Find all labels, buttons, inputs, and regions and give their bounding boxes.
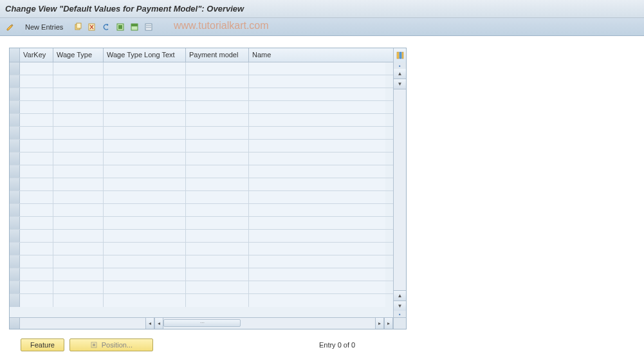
scroll-down-icon[interactable]: ▼ — [394, 79, 406, 89]
table-row[interactable] — [10, 281, 393, 294]
table-row[interactable] — [10, 268, 393, 281]
feature-button[interactable]: Feature — [21, 338, 64, 351]
toolbar: New Entries www.tutorialkart.com — [0, 18, 644, 36]
svg-rect-6 — [131, 24, 138, 26]
position-icon — [90, 341, 98, 349]
scroll-down2-icon[interactable]: ▼ — [394, 301, 406, 311]
select-all-icon[interactable] — [114, 21, 127, 33]
entry-count-text: Entry 0 of 0 — [319, 341, 355, 349]
scroll-first-icon[interactable]: ▪ — [394, 62, 406, 69]
table-row[interactable] — [10, 114, 393, 127]
hscroll-last-icon[interactable]: ▸ — [384, 318, 393, 329]
hscroll-thumb[interactable]: ⋯ — [163, 319, 241, 327]
svg-rect-12 — [402, 52, 403, 59]
toggle-change-icon[interactable] — [4, 21, 17, 33]
undo-change-icon[interactable] — [100, 21, 113, 33]
column-header-name[interactable]: Name — [249, 48, 385, 62]
position-button[interactable]: Position... — [69, 338, 153, 351]
table-row[interactable] — [10, 178, 393, 191]
table-row[interactable] — [10, 243, 393, 255]
column-header-varkey[interactable]: VarKey — [20, 48, 53, 62]
select-block-icon[interactable] — [128, 21, 141, 33]
scroll-up2-icon[interactable]: ▲ — [394, 290, 406, 301]
footer-row: Feature Position... Entry 0 of 0 — [9, 329, 639, 356]
hscroll-right-icon[interactable]: ▸ — [375, 318, 384, 329]
table-row[interactable] — [10, 75, 393, 88]
position-button-label: Position... — [102, 341, 133, 349]
table-row[interactable] — [10, 217, 393, 230]
watermark-text: www.tutorialkart.com — [174, 20, 269, 32]
table-row[interactable] — [10, 294, 393, 307]
page-title: Change View "Default Values for Payment … — [0, 0, 644, 18]
table-row[interactable] — [10, 62, 393, 75]
svg-rect-1 — [77, 23, 81, 28]
table-row[interactable] — [10, 88, 393, 101]
svg-rect-7 — [145, 24, 152, 30]
table-row[interactable] — [10, 255, 393, 268]
column-header-payment-model[interactable]: Payment model — [186, 48, 249, 62]
hscroll-first-icon[interactable]: ◂ — [145, 318, 154, 329]
grid-body — [10, 62, 393, 317]
table-row[interactable] — [10, 230, 393, 243]
column-header-wagetype-long[interactable]: Wage Type Long Text — [104, 48, 186, 62]
svg-rect-11 — [400, 52, 401, 59]
configure-columns-icon[interactable] — [393, 48, 406, 62]
svg-rect-10 — [397, 52, 399, 59]
feature-button-label: Feature — [30, 341, 55, 349]
new-entries-button[interactable]: New Entries — [21, 21, 68, 33]
main-area: VarKey Wage Type Wage Type Long Text Pay… — [0, 36, 644, 361]
svg-rect-14 — [93, 344, 95, 346]
table-row[interactable] — [10, 140, 393, 153]
table-row[interactable] — [10, 101, 393, 114]
table-row[interactable] — [10, 127, 393, 140]
deselect-all-icon[interactable] — [142, 21, 155, 33]
table-row[interactable] — [10, 204, 393, 217]
table-row[interactable] — [10, 191, 393, 204]
column-header-wagetype[interactable]: Wage Type — [53, 48, 104, 62]
table-row[interactable] — [10, 153, 393, 165]
row-selector-header[interactable] — [10, 48, 20, 62]
delete-icon[interactable] — [86, 21, 98, 33]
vertical-scrollbar[interactable]: ▪ ▲ ▼ ▲ ▼ ▪ — [393, 62, 406, 317]
data-grid: VarKey Wage Type Wage Type Long Text Pay… — [9, 48, 407, 329]
horizontal-scrollbar[interactable]: ◂ ◂ ⋯ ▸ ▸ — [10, 317, 406, 329]
table-row[interactable] — [10, 165, 393, 178]
svg-rect-4 — [118, 25, 122, 29]
scroll-last-icon[interactable]: ▪ — [394, 311, 406, 317]
copy-as-icon[interactable] — [71, 21, 84, 33]
hscroll-left-icon[interactable]: ◂ — [154, 318, 163, 329]
scroll-up-icon[interactable]: ▲ — [394, 69, 406, 79]
